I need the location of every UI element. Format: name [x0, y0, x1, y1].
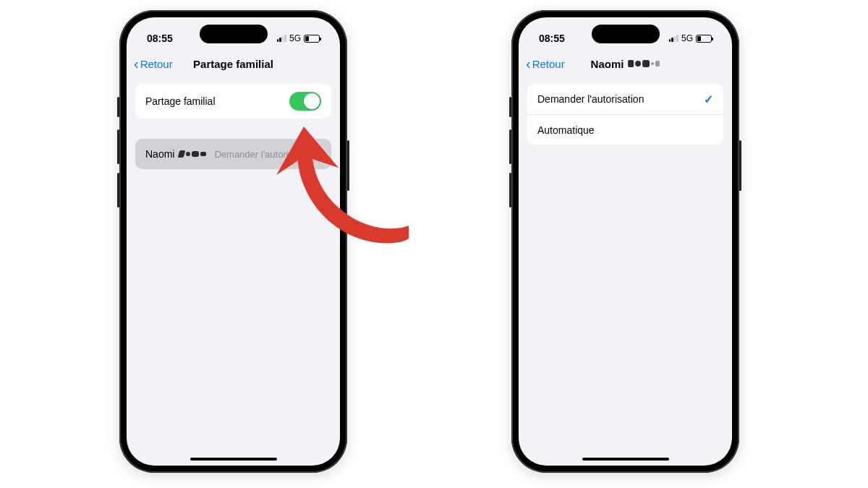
chevron-right-icon: ›: [318, 148, 321, 160]
battery-icon: [304, 35, 320, 43]
volume-down-button: [509, 173, 511, 207]
options-group: Demander l'autorisation ✓ Automatique: [527, 84, 723, 145]
family-sharing-toggle-row[interactable]: Partage familial: [135, 84, 331, 119]
network-label: 5G: [289, 33, 301, 43]
nav-bar: ‹ Retour Naomi: [519, 49, 732, 80]
obscured-surname-icon: [179, 150, 206, 158]
volume-up-button: [117, 129, 119, 164]
toggle-label: Partage familial: [145, 95, 216, 107]
cellular-signal-icon: [669, 35, 678, 42]
chevron-left-icon: ‹: [134, 56, 139, 71]
page-title: Partage familial: [193, 58, 273, 70]
title-name: Naomi: [591, 58, 624, 70]
volume-up-button: [509, 129, 511, 164]
dynamic-island: [200, 25, 268, 43]
status-right: 5G: [277, 33, 320, 43]
screen-left: 08:55 5G ‹ Retour Partage familial Parta…: [127, 17, 340, 466]
cellular-signal-icon: [277, 35, 286, 42]
member-detail: Demander l'autorisation: [214, 149, 313, 160]
status-time: 08:55: [539, 33, 565, 44]
option-label: Demander l'autorisation: [537, 93, 644, 105]
mute-switch: [117, 97, 119, 117]
back-button[interactable]: ‹ Retour: [134, 56, 173, 71]
member-name: Naomi: [145, 148, 174, 160]
back-label: Retour: [532, 58, 565, 70]
status-time: 08:55: [147, 33, 173, 44]
back-label: Retour: [140, 58, 173, 70]
member-row[interactable]: Naomi Demander l'autorisation ›: [135, 139, 331, 169]
option-automatic[interactable]: Automatique: [527, 114, 723, 145]
obscured-surname-icon: [628, 60, 660, 67]
members-group: Naomi Demander l'autorisation ›: [135, 139, 331, 169]
network-label: 5G: [681, 33, 693, 43]
checkmark-icon: ✓: [704, 93, 713, 106]
back-button[interactable]: ‹ Retour: [526, 56, 565, 71]
volume-down-button: [117, 173, 119, 207]
option-request-authorization[interactable]: Demander l'autorisation ✓: [527, 84, 723, 114]
nav-bar: ‹ Retour Partage familial: [127, 49, 340, 80]
screen-right: 08:55 5G ‹ Retour Naomi: [519, 17, 732, 466]
settings-content: Demander l'autorisation ✓ Automatique: [519, 80, 732, 169]
home-indicator[interactable]: [582, 458, 669, 461]
option-label: Automatique: [537, 124, 595, 136]
page-title: Naomi: [591, 58, 660, 70]
member-name-wrap: Naomi: [145, 148, 206, 160]
power-button: [347, 140, 349, 191]
member-detail-wrap: Demander l'autorisation ›: [214, 148, 321, 160]
mute-switch: [509, 97, 511, 117]
battery-icon: [696, 35, 712, 43]
status-right: 5G: [669, 33, 712, 43]
dynamic-island: [592, 25, 660, 43]
toggle-group: Partage familial: [135, 84, 331, 119]
phone-frame-right: 08:55 5G ‹ Retour Naomi: [511, 10, 739, 473]
chevron-left-icon: ‹: [526, 56, 531, 71]
toggle-switch-on[interactable]: [289, 92, 321, 111]
phone-frame-left: 08:55 5G ‹ Retour Partage familial Parta…: [119, 10, 347, 473]
home-indicator[interactable]: [190, 458, 277, 461]
settings-content: Partage familial Naomi: [127, 80, 340, 194]
power-button: [739, 140, 741, 191]
